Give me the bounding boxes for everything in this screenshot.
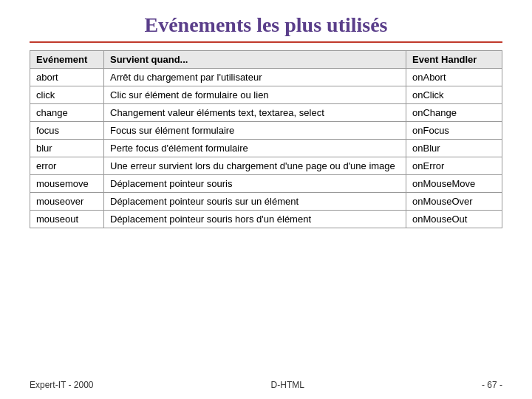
title-divider: [30, 41, 502, 43]
table-row: errorUne erreur survient lors du chargem…: [30, 157, 502, 175]
table-row: blurPerte focus d'élément formulaireonBl…: [30, 140, 502, 157]
cell-when: Clic sur élément de formulaire ou lien: [104, 86, 406, 104]
cell-event: mouseover: [30, 193, 104, 211]
page-title: Evénements les plus utilisés: [30, 13, 502, 37]
cell-handler: onMouseOut: [406, 211, 502, 228]
cell-event: click: [30, 86, 104, 104]
footer-center: D-HTML: [271, 380, 304, 390]
cell-event: focus: [30, 122, 104, 140]
footer-right: - 67 -: [482, 380, 502, 390]
footer: Expert-IT - 2000 D-HTML - 67 -: [30, 372, 502, 390]
cell-when: Focus sur élément formulaire: [104, 122, 406, 140]
cell-event: change: [30, 104, 104, 122]
cell-event: mouseout: [30, 211, 104, 228]
cell-handler: onError: [406, 157, 502, 175]
cell-when: Arrêt du chargement par l'utilisateur: [104, 69, 406, 86]
cell-handler: onAbort: [406, 69, 502, 86]
cell-when: Déplacement pointeur souris hors d'un él…: [104, 211, 406, 228]
page: Evénements les plus utilisés Evénement S…: [0, 0, 532, 399]
cell-when: Une erreur survient lors du chargement d…: [104, 157, 406, 175]
table-row: mouseoverDéplacement pointeur souris sur…: [30, 193, 502, 211]
cell-handler: onBlur: [406, 140, 502, 157]
cell-when: Déplacement pointeur souris: [104, 175, 406, 193]
table-header-row: Evénement Survient quand... Event Handle…: [30, 51, 502, 69]
col-header-event: Evénement: [30, 51, 104, 69]
table-row: focusFocus sur élément formulaireonFocus: [30, 122, 502, 140]
cell-event: mousemove: [30, 175, 104, 193]
cell-handler: onFocus: [406, 122, 502, 140]
table-row: abortArrêt du chargement par l'utilisate…: [30, 69, 502, 86]
table-row: changeChangement valeur éléments text, t…: [30, 104, 502, 122]
cell-handler: onClick: [406, 86, 502, 104]
cell-event: error: [30, 157, 104, 175]
table-row: mouseoutDéplacement pointeur souris hors…: [30, 211, 502, 228]
cell-when: Changement valeur éléments text, textare…: [104, 104, 406, 122]
cell-event: abort: [30, 69, 104, 86]
cell-when: Perte focus d'élément formulaire: [104, 140, 406, 157]
col-header-when: Survient quand...: [104, 51, 406, 69]
cell-when: Déplacement pointeur souris sur un éléme…: [104, 193, 406, 211]
cell-handler: onMouseMove: [406, 175, 502, 193]
cell-handler: onMouseOver: [406, 193, 502, 211]
table-row: mousemoveDéplacement pointeur sourisonMo…: [30, 175, 502, 193]
footer-left: Expert-IT - 2000: [30, 380, 93, 390]
cell-event: blur: [30, 140, 104, 157]
col-header-handler: Event Handler: [406, 51, 502, 69]
table-row: clickClic sur élément de formulaire ou l…: [30, 86, 502, 104]
events-table: Evénement Survient quand... Event Handle…: [30, 50, 502, 228]
cell-handler: onChange: [406, 104, 502, 122]
